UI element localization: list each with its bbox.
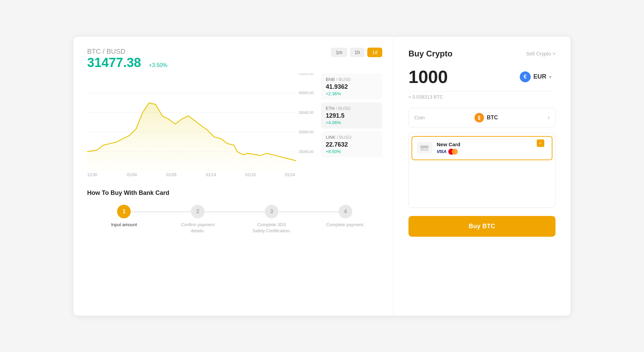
- chart-area: 45000.00 40000.00 35000.00 30000.00 2500…: [87, 73, 316, 171]
- time-btn-1d[interactable]: 1d: [367, 48, 382, 57]
- coin-selector[interactable]: Coin ₿ BTC ›: [408, 108, 556, 128]
- pair-title: BTC / BUSD: [87, 48, 167, 55]
- current-price: 31477.38 +3.50%: [87, 55, 167, 70]
- currency-chevron-icon: ▾: [549, 74, 551, 80]
- card-info: New Card VISA: [437, 141, 460, 155]
- svg-rect-10: [420, 145, 429, 151]
- market-pair-link[interactable]: LINK / BUSD 22.7632 +8.50%: [321, 131, 382, 157]
- amount-row: 1000 € EUR ▾: [408, 68, 556, 91]
- step-2: 2 Confirm payment details.: [161, 205, 235, 234]
- coin-label: Coin: [414, 115, 425, 120]
- x-label-0: 12/30: [87, 172, 97, 177]
- amount-display[interactable]: 1000: [408, 68, 448, 86]
- time-buttons: 1m 1h 1d: [331, 48, 382, 57]
- selected-check-icon: ✓: [537, 139, 544, 147]
- step-1: 1 Input amount: [87, 205, 161, 228]
- currency-selector[interactable]: € EUR ▾: [516, 69, 556, 84]
- card-icon: [417, 142, 432, 154]
- step-circle-4: 4: [339, 205, 352, 218]
- svg-text:25000.00: 25000.00: [299, 149, 313, 153]
- market-pair-eth[interactable]: ETH / BUSD 1291.5 +4.06%: [321, 102, 382, 129]
- price-change: +3.50%: [149, 62, 167, 68]
- visa-logo: VISA: [437, 149, 446, 154]
- steps-row: 1 Input amount 2 Confirm payment details…: [87, 205, 382, 234]
- step-circle-3: 3: [265, 205, 278, 218]
- price-chart: 45000.00 40000.00 35000.00 30000.00 2500…: [87, 73, 316, 171]
- x-label-2: 01/09: [166, 172, 176, 177]
- sell-crypto-link[interactable]: Sell Crypto >: [526, 51, 556, 56]
- pair-info: BTC / BUSD 31477.38 +3.50%: [87, 48, 167, 71]
- currency-label: EUR: [533, 73, 546, 80]
- svg-text:30000.00: 30000.00: [299, 130, 313, 134]
- credit-card-icon: [420, 145, 429, 151]
- coin-name: BTC: [487, 115, 498, 121]
- step-4: 4 Complete payment.: [308, 205, 382, 228]
- step-circle-1: 1: [117, 205, 131, 218]
- chart-wrapper: 45000.00 40000.00 35000.00 30000.00 2500…: [87, 73, 316, 178]
- svg-text:45000.00: 45000.00: [299, 73, 313, 76]
- chart-x-labels: 12/30 01/04 01/09 01/14 01/19 01/24: [87, 171, 316, 177]
- time-btn-1m[interactable]: 1m: [331, 48, 347, 57]
- step-3: 3 Complete 3DS Safety Certification.: [235, 205, 309, 234]
- svg-text:35000.00: 35000.00: [299, 110, 313, 114]
- how-to-buy-section: How To Buy With Bank Card 1 Input amount…: [87, 189, 382, 234]
- time-btn-1h[interactable]: 1h: [350, 48, 365, 57]
- buy-crypto-title: Buy Crypto: [408, 49, 452, 58]
- step-label-4: Complete payment.: [326, 222, 365, 228]
- how-to-buy-title: How To Buy With Bank Card: [87, 189, 382, 197]
- coin-selected: ₿ BTC: [474, 113, 498, 122]
- step-circle-2: 2: [191, 205, 205, 218]
- svg-rect-11: [420, 146, 429, 148]
- svg-text:40000.00: 40000.00: [299, 91, 313, 95]
- card-item-new[interactable]: New Card VISA ✓: [412, 136, 552, 160]
- buy-button[interactable]: Buy BTC: [408, 216, 556, 237]
- separator: /: [103, 48, 107, 55]
- x-label-5: 01/24: [285, 172, 295, 177]
- step-label-3: Complete 3DS Safety Certification.: [251, 222, 292, 234]
- mastercard-logo: [448, 149, 458, 155]
- market-pairs-list: BNB / BUSD 41.9362 +2.36% ETH / BUSD 129…: [321, 73, 382, 178]
- base-currency: BTC: [87, 48, 101, 55]
- main-container: BTC / BUSD 31477.38 +3.50% 1m 1h 1d: [74, 37, 570, 316]
- btc-icon: ₿: [474, 113, 484, 122]
- btc-equivalent: ≈ 0.038313 BTC: [408, 94, 556, 100]
- step-label-2: Confirm payment details.: [177, 222, 218, 234]
- right-panel: Buy Crypto Sell Crypto > 1000 € EUR ▾ ≈ …: [393, 37, 570, 316]
- chart-section: 45000.00 40000.00 35000.00 30000.00 2500…: [87, 73, 382, 178]
- payment-section: New Card VISA ✓: [408, 133, 556, 208]
- step-label-1: Input amount: [111, 222, 137, 228]
- quote-currency: BUSD: [107, 48, 126, 55]
- pair-header: BTC / BUSD 31477.38 +3.50% 1m 1h 1d: [87, 48, 382, 71]
- left-panel: BTC / BUSD 31477.38 +3.50% 1m 1h 1d: [74, 37, 393, 316]
- card-brands: VISA: [437, 149, 460, 155]
- x-label-4: 01/19: [245, 172, 256, 177]
- steps-container: 1 Input amount 2 Confirm payment details…: [87, 205, 382, 234]
- coin-select-chevron-icon: ›: [548, 114, 550, 121]
- chart-fill: [87, 103, 296, 171]
- x-label-3: 01/14: [206, 172, 216, 177]
- market-pair-bnb[interactable]: BNB / BUSD 41.9362 +2.36%: [321, 73, 382, 100]
- svg-rect-12: [421, 149, 424, 149]
- x-label-1: 01/04: [127, 172, 137, 177]
- chart-with-labels: 45000.00 40000.00 35000.00 30000.00 2500…: [87, 73, 316, 171]
- currency-icon: €: [520, 71, 531, 82]
- right-header: Buy Crypto Sell Crypto >: [408, 49, 556, 58]
- card-name: New Card: [437, 141, 460, 147]
